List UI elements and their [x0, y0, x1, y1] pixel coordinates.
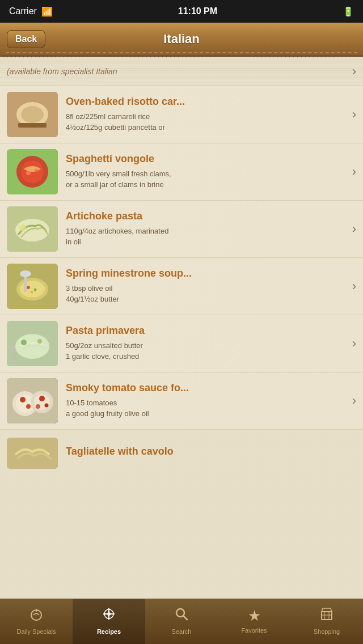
list-item[interactable]: Artichoke pasta 110g/4oz artichokes, mar…: [0, 201, 363, 258]
chevron-icon: ›: [352, 164, 356, 179]
svg-point-17: [27, 286, 30, 289]
svg-point-38: [107, 612, 111, 616]
chevron-icon: ›: [352, 279, 356, 294]
recipe-info: Pasta primavera 50g/2oz unsalted butter1…: [66, 325, 348, 362]
recipe-list: (available from specialist Italian › Ove…: [0, 57, 363, 599]
recipe-thumbnail: [7, 92, 58, 137]
daily-specials-icon: [28, 606, 44, 626]
svg-point-14: [20, 281, 45, 298]
svg-rect-37: [36, 609, 37, 612]
recipe-name: Pasta primavera: [66, 325, 348, 337]
tab-shopping[interactable]: Shopping: [290, 599, 363, 644]
svg-point-19: [31, 291, 33, 293]
svg-point-16: [20, 270, 31, 277]
svg-point-18: [34, 289, 37, 291]
list-item[interactable]: Spring minestrone soup... 3 tbsp olive o…: [0, 258, 363, 315]
wifi-icon: 📶: [41, 6, 53, 17]
recipe-info: Oven-baked risotto car... 8fl oz/225ml c…: [66, 96, 348, 133]
svg-point-22: [21, 340, 27, 345]
recipe-thumbnail: [7, 438, 58, 469]
chevron-icon: ›: [352, 222, 356, 236]
tab-search-label: Search: [172, 628, 192, 635]
recipe-info: Spring minestrone soup... 3 tbsp olive o…: [66, 268, 348, 305]
chevron-icon: ›: [352, 336, 356, 351]
partial-top-text: (available from specialist Italian: [7, 67, 348, 76]
svg-point-30: [20, 397, 26, 402]
recipe-name: Smoky tomato sauce fo...: [66, 382, 348, 395]
chevron-icon: ›: [352, 393, 356, 408]
status-bar: Carrier 📶 11:10 PM 🔋: [0, 0, 363, 23]
nav-bar: Back Italian: [0, 23, 363, 57]
tab-favorites[interactable]: ★ Favorites: [218, 599, 290, 644]
status-time: 11:10 PM: [178, 6, 217, 16]
svg-point-23: [37, 339, 42, 344]
svg-line-45: [184, 616, 188, 620]
tab-bar: Daily Specials Recipes Search ★ Favorite…: [0, 599, 363, 644]
recipe-info: Spaghetti vongole 500g/1lb very small fr…: [66, 153, 348, 190]
status-left: Carrier 📶: [9, 6, 53, 17]
recipe-thumbnail: [7, 206, 58, 252]
page-title: Italian: [163, 32, 200, 46]
svg-rect-35: [7, 438, 58, 469]
recipe-thumbnail: [7, 264, 58, 309]
svg-point-32: [39, 396, 45, 401]
recipe-info: Artichoke pasta 110g/4oz artichokes, mar…: [66, 210, 348, 248]
svg-point-8: [35, 169, 38, 172]
svg-rect-24: [12, 341, 15, 363]
recipes-icon: [101, 606, 117, 626]
recipe-name: Tagliatelle with cavolo: [66, 446, 356, 458]
favorites-icon: ★: [248, 607, 261, 625]
svg-point-33: [45, 404, 49, 408]
svg-point-2: [21, 106, 44, 123]
tab-shopping-label: Shopping: [314, 628, 340, 635]
list-item[interactable]: Oven-baked risotto car... 8fl oz/225ml c…: [0, 86, 363, 143]
search-icon: [174, 606, 189, 626]
recipe-name: Spring minestrone soup...: [66, 268, 348, 280]
partial-bottom-item[interactable]: Tagliatelle with cavolo: [0, 430, 363, 477]
tab-daily-specials[interactable]: Daily Specials: [0, 599, 73, 644]
svg-rect-46: [322, 612, 332, 620]
chevron-icon: ›: [352, 64, 356, 79]
status-right: 🔋: [343, 6, 354, 17]
recipe-thumbnail: [7, 149, 58, 194]
list-item[interactable]: Pasta primavera 50g/2oz unsalted butter1…: [0, 315, 363, 372]
recipe-thumbnail: [7, 321, 58, 366]
shopping-icon: [319, 606, 335, 626]
list-item[interactable]: Spaghetti vongole 500g/1lb very small fr…: [0, 143, 363, 201]
tab-recipes[interactable]: Recipes: [73, 599, 145, 644]
recipe-desc: 3 tbsp olive oil40g/1½oz butter: [66, 283, 348, 305]
svg-rect-15: [24, 275, 27, 292]
recipe-info: Smoky tomato sauce fo... 10-15 tomatoesa…: [66, 382, 348, 420]
tab-daily-specials-label: Daily Specials: [16, 628, 56, 635]
recipe-desc: 500g/1lb very small fresh clams,or a sma…: [66, 168, 348, 190]
carrier-label: Carrier: [9, 6, 37, 16]
back-button[interactable]: Back: [7, 30, 45, 48]
recipe-name: Oven-baked risotto car...: [66, 96, 348, 108]
battery-icon: 🔋: [343, 6, 354, 17]
partial-top-item: (available from specialist Italian ›: [0, 57, 363, 86]
svg-point-31: [26, 404, 31, 409]
tab-recipes-label: Recipes: [97, 628, 121, 635]
recipe-desc: 110g/4oz artichokes, marinatedin oil: [66, 226, 348, 248]
recipe-desc: 8fl oz/225ml carnaroli rice4½oz/125g cub…: [66, 111, 348, 133]
recipe-name: Spaghetti vongole: [66, 153, 348, 166]
svg-point-34: [36, 404, 40, 409]
list-item[interactable]: Smoky tomato sauce fo... 10-15 tomatoesa…: [0, 372, 363, 430]
recipe-desc: 50g/2oz unsalted butter1 garlic clove, c…: [66, 340, 348, 362]
recipe-info: Tagliatelle with cavolo: [66, 446, 356, 461]
svg-point-7: [26, 171, 31, 175]
chevron-icon: ›: [352, 107, 356, 122]
svg-rect-3: [18, 123, 47, 128]
svg-point-11: [19, 224, 26, 231]
recipe-desc: 10-15 tomatoesa good glug fruity olive o…: [66, 397, 348, 420]
tab-favorites-label: Favorites: [241, 627, 267, 634]
tab-search[interactable]: Search: [145, 599, 218, 644]
recipe-thumbnail: [7, 378, 58, 423]
recipe-name: Artichoke pasta: [66, 210, 348, 223]
